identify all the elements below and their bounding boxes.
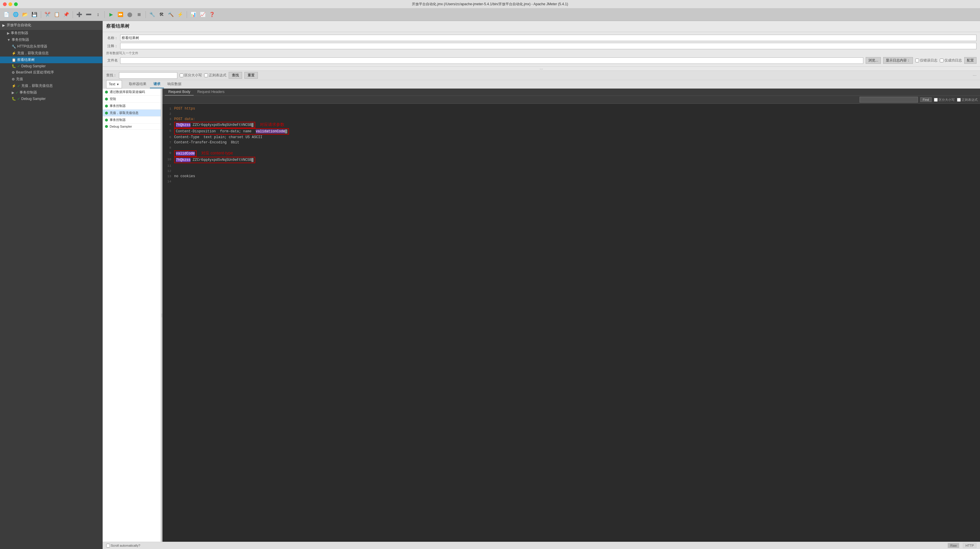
result-list-item[interactable]: 登陆 bbox=[103, 95, 161, 103]
tab-http[interactable]: HTTP bbox=[963, 543, 977, 548]
comment-row: 注释： bbox=[103, 42, 980, 50]
save-button[interactable]: 💾 bbox=[30, 11, 38, 19]
error-log-checkbox[interactable]: 仅错误日志 bbox=[915, 58, 937, 63]
browse-button[interactable]: 浏览... bbox=[865, 57, 881, 64]
sidebar-item-label: 充值，获取充值信息 bbox=[17, 51, 49, 56]
cut-button[interactable]: ✂️ bbox=[43, 11, 52, 19]
sidebar: ▶ 开放平台自动化 ▶事务控制器▼事务控制器🔧HTTP信息头管理器⚡充值，获取充… bbox=[0, 21, 103, 549]
success-log-label: 仅成功日志 bbox=[944, 58, 962, 63]
toggle-button[interactable]: ↕️ bbox=[94, 11, 102, 19]
sub-tab-request-headers[interactable]: Request Headers bbox=[194, 89, 228, 95]
find-case-cb[interactable] bbox=[934, 98, 938, 102]
status-dot bbox=[105, 112, 108, 114]
sidebar-item-tc1[interactable]: ▶事务控制器 bbox=[0, 30, 102, 36]
search-input[interactable] bbox=[119, 72, 177, 79]
paste-button[interactable]: 📌 bbox=[62, 11, 70, 19]
copy-button[interactable]: 📋 bbox=[53, 11, 61, 19]
format-selector[interactable]: Text ▼ bbox=[106, 80, 122, 88]
find-small-button[interactable]: Find bbox=[920, 97, 932, 102]
config-button[interactable]: 配置 bbox=[964, 57, 977, 64]
sidebar-item-recharge3[interactable]: ⚡✓充值，获取充值信息 bbox=[0, 83, 102, 89]
sidebar-item-debug2[interactable]: 🐛✓Debug Sampler bbox=[0, 96, 102, 102]
sidebar-item-recharge[interactable]: ⚡充值，获取充值信息 bbox=[0, 50, 102, 57]
file-input[interactable] bbox=[120, 57, 863, 64]
find-regex-cb[interactable] bbox=[957, 98, 961, 102]
success-checkbox[interactable] bbox=[940, 59, 943, 62]
success-log-checkbox[interactable]: 仅成功日志 bbox=[940, 58, 962, 63]
case-label: 区分大小写 bbox=[185, 73, 202, 78]
case-checkbox-label[interactable]: 区分大小写 bbox=[180, 73, 202, 78]
comment-input[interactable] bbox=[120, 43, 977, 49]
code-line: 7Content-Transfer-Encoding 8bit bbox=[162, 140, 980, 145]
highlighted-box-1-end: Content-Disposition form-data; name vali… bbox=[174, 128, 289, 135]
stop-now-button[interactable]: ⏹ bbox=[135, 11, 143, 19]
stop-button[interactable]: ⬤ bbox=[126, 11, 134, 19]
tree-item-icon: ▼ bbox=[7, 38, 11, 42]
maximize-button[interactable] bbox=[14, 2, 18, 6]
sidebar-item-beanshell[interactable]: ⚙BeanShell 后置处理程序 bbox=[0, 69, 102, 76]
start-no-pause[interactable]: ⏩ bbox=[116, 11, 124, 19]
start-button[interactable]: ▶ bbox=[107, 11, 115, 19]
find-button[interactable]: 查找 bbox=[229, 72, 242, 79]
name-input[interactable] bbox=[120, 35, 977, 41]
auto-scroll-cb[interactable] bbox=[106, 544, 110, 547]
clear-all-button[interactable]: 📈 bbox=[199, 11, 207, 19]
line-number: 4 bbox=[162, 122, 174, 127]
code-line: 8 bbox=[162, 145, 980, 150]
file-row: 文件名 浏览... 显示日志内容： 仅错误日志 仅成功日志 配置 bbox=[103, 56, 980, 65]
remote-stop[interactable]: 🛠 bbox=[158, 11, 165, 19]
case-checkbox[interactable] bbox=[180, 73, 183, 77]
find-regex-checkbox[interactable]: 正则表达式 bbox=[957, 98, 978, 102]
sidebar-item-label: 充值，获取充值信息 bbox=[21, 83, 53, 88]
error-log-label: 仅错误日志 bbox=[920, 58, 937, 63]
sidebar-tree: ▶事务控制器▼事务控制器🔧HTTP信息头管理器⚡充值，获取充值信息📋察看结果树🐛… bbox=[0, 30, 102, 549]
sidebar-item-recharge2[interactable]: ⚙充值 bbox=[0, 76, 102, 83]
reset-button[interactable]: 重置 bbox=[244, 72, 258, 79]
titlebar: 开放平台自动化.jmx (/Users/zc/apache-jmeter-5.4… bbox=[0, 0, 980, 8]
minimize-button[interactable] bbox=[8, 2, 12, 6]
validation-code-highlight: validationCode bbox=[256, 129, 285, 133]
file-label: 文件名 bbox=[106, 58, 118, 63]
panel-title: 察看结果树 bbox=[106, 24, 129, 29]
more-icon: ··· bbox=[973, 73, 977, 78]
find-case-checkbox[interactable]: 区分大小写 bbox=[934, 98, 955, 102]
sub-tab-request-body[interactable]: Request Body bbox=[165, 89, 194, 95]
result-list-item[interactable]: 事务控制器 bbox=[103, 117, 161, 124]
sidebar-item-tc3[interactable]: ▶✓事务控制器 bbox=[0, 89, 102, 96]
templates-button[interactable]: 🌐 bbox=[12, 11, 20, 19]
remote-start[interactable]: 🔧 bbox=[148, 11, 156, 19]
error-checkbox[interactable] bbox=[915, 59, 919, 62]
result-list-item[interactable]: 充值，获取充值信息 bbox=[103, 109, 161, 117]
comment-label: 注释： bbox=[106, 44, 118, 49]
sidebar-item-debug1[interactable]: 🐛✓Debug Sampler bbox=[0, 63, 102, 69]
code-line: 6Content-Type text plain; charset US ASC… bbox=[162, 135, 980, 140]
regex-checkbox[interactable] bbox=[204, 73, 208, 77]
help-button[interactable]: ❓ bbox=[208, 11, 216, 19]
auto-scroll-checkbox[interactable]: Scroll automatically? bbox=[106, 544, 140, 547]
find-input[interactable] bbox=[859, 97, 918, 103]
result-list-item[interactable]: 事务控制器 bbox=[103, 103, 161, 109]
result-list-item[interactable]: 通过数据库获取渠道编码 bbox=[103, 89, 161, 95]
close-button[interactable] bbox=[3, 2, 7, 6]
new-button[interactable]: 📄 bbox=[2, 11, 11, 19]
tab-raw[interactable]: Raw bbox=[948, 543, 959, 548]
line-content: Content-Type text plain; charset US ASCI… bbox=[174, 135, 264, 140]
sidebar-item-tc2[interactable]: ▼事务控制器 bbox=[0, 36, 102, 43]
remote-clear[interactable]: 🔨 bbox=[167, 11, 175, 19]
regex-checkbox-label[interactable]: 正则表达式 bbox=[204, 73, 226, 78]
sidebar-item-http-header[interactable]: 🔧HTTP信息头管理器 bbox=[0, 43, 102, 50]
tab-response-data[interactable]: 响应数据 bbox=[164, 81, 185, 88]
tab-request[interactable]: 请求 bbox=[150, 81, 164, 88]
result-list-item[interactable]: Debug Sampler bbox=[103, 124, 161, 130]
function-helper[interactable]: ⚡ bbox=[176, 11, 185, 19]
open-button[interactable]: 📂 bbox=[21, 11, 29, 19]
status-dot bbox=[105, 125, 108, 128]
tree-item-icon: ⚙ bbox=[12, 70, 15, 75]
collapse-button[interactable]: ➖ bbox=[84, 11, 93, 19]
sidebar-item-result-tree[interactable]: 📋察看结果树 bbox=[0, 57, 102, 63]
line-number: 8 bbox=[162, 145, 174, 150]
log-button[interactable]: 显示日志内容： bbox=[883, 57, 913, 64]
expand-button[interactable]: ➕ bbox=[75, 11, 83, 19]
clear-button[interactable]: 📊 bbox=[189, 11, 197, 19]
tab-sampler-results[interactable]: 取样器结果 bbox=[126, 81, 150, 88]
